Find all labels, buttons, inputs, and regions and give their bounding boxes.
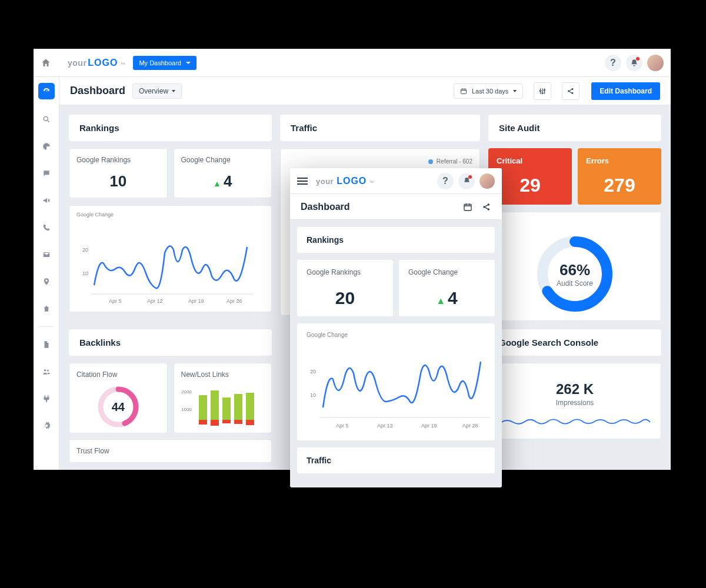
mobile-rankings-card: Rankings [297,227,495,253]
nav-file-icon[interactable] [39,338,54,352]
svg-rect-27 [211,420,219,426]
svg-text:Apr 26: Apr 26 [227,298,242,304]
site-audit-card: Site Audit [488,115,661,141]
mobile-sub-header: Dashboard [290,194,502,220]
edit-dashboard-button[interactable]: Edit Dashboard [591,82,660,100]
svg-point-2 [46,370,48,372]
caret-down-icon [513,90,517,92]
svg-text:Apr 12: Apr 12 [147,298,163,304]
svg-text:10: 10 [82,270,88,276]
notification-dot-icon [636,57,640,61]
svg-rect-30 [234,394,242,420]
backlinks-title: Backlinks [79,338,261,348]
calendar-icon [460,88,467,95]
google-change-tile[interactable]: Google Change ▲4 [174,148,272,198]
rankings-title: Rankings [79,123,261,133]
mobile-preview: your LOGO ™ ? Dashboard Rankings Google … [290,168,502,487]
google-change-chart: Google Change 20 10 Apr 5 Apr 12 Apr 19 … [69,205,272,312]
svg-rect-25 [199,420,207,425]
svg-rect-28 [222,397,231,420]
svg-rect-32 [246,393,254,420]
notification-dot-icon [468,175,472,179]
logo: your LOGO ™ [68,58,125,68]
svg-point-5 [542,92,543,93]
svg-text:Apr 19: Apr 19 [188,298,204,304]
overview-dropdown[interactable]: Overview [132,83,182,99]
page-title: Dashboard [70,85,125,97]
mobile-page-title: Dashboard [301,202,463,212]
audit-score-donut: 66% Audit Score [488,212,661,321]
backlinks-card: Backlinks [69,329,272,356]
help-button[interactable]: ? [605,55,621,71]
gsc-card: Google Search Console [488,329,661,356]
site-audit-title: Site Audit [499,123,651,133]
nav-shopping-icon[interactable] [39,302,54,316]
citation-flow-tile[interactable]: Citation Flow 44 [69,363,168,433]
svg-point-1 [44,369,46,372]
mobile-traffic-card: Traffic [297,447,495,473]
traffic-legend: Referral - 602 [288,158,472,165]
nav-search-icon[interactable] [39,112,54,126]
svg-text:1000: 1000 [181,407,192,412]
svg-text:Apr 12: Apr 12 [377,423,393,429]
svg-text:Apr 26: Apr 26 [462,423,478,429]
google-rankings-tile[interactable]: Google Rankings 10 [69,148,168,198]
nav-settings-icon[interactable] [39,419,54,433]
nav-chat-icon[interactable] [39,166,54,181]
share-button[interactable] [562,82,580,100]
svg-rect-33 [246,420,254,425]
date-range-dropdown[interactable]: Last 30 days [454,83,523,99]
mobile-gc-tile[interactable]: Google Change ▲4 [399,260,495,316]
svg-text:Apr 19: Apr 19 [421,423,437,429]
sidebar [34,77,59,470]
svg-point-6 [544,89,545,91]
mobile-avatar[interactable] [479,173,495,189]
traffic-card: Traffic [280,115,480,141]
svg-rect-26 [211,390,219,420]
traffic-title: Traffic [291,123,469,133]
filter-button[interactable] [534,82,551,100]
user-avatar[interactable] [647,55,664,71]
nav-phone-icon[interactable] [39,220,54,235]
nav-analytics-icon[interactable] [39,139,54,153]
rankings-card: Rankings [69,115,272,141]
my-dashboard-dropdown[interactable]: My Dashboard [133,56,197,70]
new-lost-links-tile[interactable]: New/Lost Links 2000 1000 [174,363,272,433]
errors-tile[interactable]: Errors 279 [578,148,661,205]
sub-header: Dashboard Overview Last 30 days Edit Das… [59,77,671,105]
notifications-button[interactable] [626,55,642,71]
svg-rect-29 [222,420,231,423]
mobile-help-button[interactable]: ? [437,173,454,189]
svg-text:10: 10 [310,392,316,398]
nav-location-icon[interactable] [39,275,54,289]
nav-users-icon[interactable] [39,365,54,379]
mobile-google-change-chart: Google Change 20 10 Apr 5 Apr 12 Apr 19 … [297,323,495,440]
arrow-up-icon: ▲ [436,296,445,306]
gsc-impressions-tile[interactable]: 262 K Impressions [488,363,661,439]
trust-flow-tile[interactable]: Trust Flow [69,439,272,463]
svg-rect-31 [234,420,242,424]
svg-text:20: 20 [310,369,316,375]
nav-dashboard-icon[interactable] [38,83,55,99]
mobile-gr-tile[interactable]: Google Rankings 20 [297,260,393,316]
svg-text:20: 20 [82,247,88,253]
caret-down-icon [172,90,175,92]
svg-rect-24 [199,395,207,420]
mobile-notifications-button[interactable] [458,173,475,189]
nav-plugin-icon[interactable] [39,392,54,406]
mobile-top-bar: your LOGO ™ ? [290,168,502,194]
svg-point-0 [44,116,48,121]
mobile-calendar-icon[interactable] [463,202,472,212]
gsc-title: Google Search Console [499,338,651,348]
mobile-logo: your LOGO ™ [316,176,374,186]
nav-mail-icon[interactable] [39,248,54,262]
svg-text:2000: 2000 [181,389,192,395]
nav-announce-icon[interactable] [39,193,54,208]
mobile-share-icon[interactable] [482,202,491,212]
home-icon[interactable] [41,58,51,68]
svg-rect-3 [461,89,466,93]
svg-rect-34 [464,204,471,211]
arrow-up-icon: ▲ [213,179,221,188]
hamburger-menu-icon[interactable] [297,178,308,185]
top-bar: your LOGO ™ My Dashboard ? [34,49,671,77]
